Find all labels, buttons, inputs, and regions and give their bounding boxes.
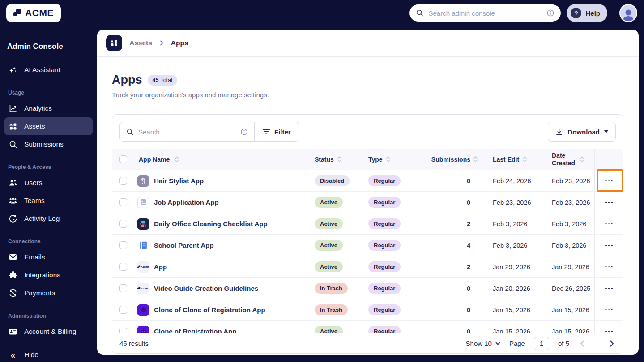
- app-icon-robot: [137, 304, 149, 316]
- search-icon: [126, 128, 134, 136]
- row-checkbox[interactable]: [119, 241, 127, 249]
- column-header-submissions[interactable]: Submissions: [431, 156, 470, 163]
- app-name-link[interactable]: Clone of Clone of Registration App: [154, 306, 265, 314]
- status-badge: Disabled: [315, 175, 350, 186]
- row-checkbox[interactable]: [119, 177, 127, 185]
- last-edit-date: Feb 24, 2026: [482, 177, 552, 185]
- admin-search-input[interactable]: [428, 9, 542, 17]
- app-name-link[interactable]: Hair Stylist App: [154, 177, 204, 185]
- last-edit-date: Jan 20, 2026: [482, 285, 552, 292]
- table-row: Hair Stylist App Disabled Regular 0 Feb …: [112, 170, 623, 192]
- row-checkbox[interactable]: [119, 284, 127, 292]
- sidebar-item-users[interactable]: Users: [4, 174, 93, 192]
- sidebar-section-connections: Connections: [8, 238, 97, 245]
- table-search-bar[interactable]: [119, 122, 255, 142]
- app-name-link[interactable]: Daily Office Cleaning Checklist App: [154, 220, 268, 228]
- sidebar-item-label: Hide: [24, 351, 38, 359]
- admin-search-bar[interactable]: [409, 4, 561, 22]
- date-created: Jan 15, 2026: [552, 306, 594, 314]
- sidebar-item-integrations[interactable]: Integrations: [4, 266, 93, 284]
- email-icon: [8, 253, 18, 262]
- sidebar-hide-button[interactable]: « Hide: [4, 346, 93, 362]
- sidebar-title: Admin Console: [0, 26, 97, 51]
- sidebar-divider: [0, 345, 97, 345]
- column-header-app-name[interactable]: App Name: [139, 156, 170, 163]
- table-row: Clone of Clone of Registration App In Tr…: [112, 299, 623, 321]
- download-button-label: Download: [567, 128, 600, 136]
- column-header-status[interactable]: Status: [315, 156, 334, 163]
- next-page-button[interactable]: [608, 339, 616, 349]
- sort-icon[interactable]: [175, 156, 179, 163]
- sidebar-item-teams[interactable]: Teams: [4, 192, 93, 210]
- sort-icon[interactable]: [337, 156, 342, 163]
- info-icon: [546, 9, 554, 17]
- table-row: School Parent App Active Regular 4 Feb 3…: [112, 235, 623, 256]
- sidebar-item-account-billing[interactable]: Account & Billing: [4, 323, 93, 340]
- sidebar-item-assets[interactable]: Assets: [4, 117, 93, 135]
- column-header-last-edit[interactable]: Last Edit: [493, 156, 519, 163]
- status-badge: Active: [315, 218, 343, 229]
- previous-page-button[interactable]: [578, 339, 586, 349]
- sidebar-item-analytics[interactable]: Analytics: [4, 99, 93, 117]
- row-actions-button[interactable]: [601, 305, 616, 315]
- last-edit-date: Feb 23, 2026: [482, 199, 552, 206]
- submissions-count: 0: [435, 328, 482, 333]
- row-actions-button[interactable]: [601, 176, 616, 186]
- sidebar-item-emails[interactable]: Emails: [4, 248, 93, 266]
- row-actions-button[interactable]: [601, 197, 616, 208]
- submissions-count: 0: [435, 306, 482, 314]
- filter-button[interactable]: Filter: [254, 122, 299, 142]
- acme-logo[interactable]: ACME: [6, 4, 61, 22]
- row-actions-button[interactable]: [601, 219, 616, 229]
- table-row: Daily Office Cleaning Checklist App Acti…: [112, 213, 623, 235]
- page-number-input[interactable]: [534, 337, 549, 350]
- sidebar-section-administration: Administration: [8, 313, 97, 319]
- search-icon: [416, 9, 424, 17]
- table-row: Job Application App Active Regular 0 Feb…: [112, 192, 623, 213]
- sidebar-item-activity-log[interactable]: Activity Log: [4, 210, 93, 228]
- app-name-link[interactable]: Clone of Registration App: [154, 328, 236, 333]
- column-header-type[interactable]: Type: [368, 156, 383, 163]
- row-checkbox[interactable]: [119, 263, 127, 271]
- row-checkbox[interactable]: [119, 306, 127, 314]
- sidebar-item-ai-assistant[interactable]: AI Assistant: [4, 61, 93, 79]
- sidebar-item-label: Teams: [24, 197, 45, 205]
- user-avatar[interactable]: [619, 4, 637, 22]
- app-name-link[interactable]: Video Guide Creation Guidelines: [154, 284, 258, 292]
- download-button[interactable]: Download: [548, 122, 616, 142]
- row-checkbox[interactable]: [119, 220, 127, 228]
- top-navigation-bar: ACME ? Help: [0, 0, 644, 26]
- teams-icon: [8, 196, 18, 205]
- row-actions-button[interactable]: [601, 262, 616, 272]
- row-actions-button[interactable]: [601, 283, 616, 294]
- payments-icon: $: [8, 289, 18, 297]
- row-actions-button[interactable]: [601, 326, 616, 333]
- last-edit-date: Jan 15, 2026: [482, 328, 552, 333]
- sort-icon[interactable]: [386, 156, 391, 163]
- table-search-input[interactable]: [138, 128, 236, 136]
- table-footer: 45 results Show 10 Page of 5: [112, 333, 623, 353]
- app-name-link[interactable]: School Parent App: [154, 241, 214, 249]
- row-checkbox[interactable]: [119, 328, 127, 333]
- row-checkbox[interactable]: [119, 198, 127, 206]
- sidebar-item-submissions[interactable]: Submissions: [4, 135, 93, 153]
- help-button[interactable]: ? Help: [567, 4, 607, 22]
- app-name-link[interactable]: Job Application App: [154, 198, 219, 206]
- row-actions-button[interactable]: [601, 240, 616, 251]
- type-badge: Regular: [368, 261, 401, 272]
- sort-icon[interactable]: [473, 156, 478, 163]
- select-all-checkbox[interactable]: [119, 155, 127, 163]
- column-header-date-created[interactable]: Date Created: [552, 152, 577, 166]
- sidebar-item-payments[interactable]: $ Payments: [4, 284, 93, 302]
- type-badge: Regular: [368, 197, 401, 208]
- sidebar-item-label: Assets: [24, 122, 45, 130]
- sort-icon[interactable]: [522, 156, 527, 163]
- show-per-page-select[interactable]: Show 10: [466, 340, 500, 347]
- assets-icon: [8, 122, 18, 131]
- analytics-icon: [8, 104, 18, 113]
- sidebar-item-label: Activity Log: [24, 215, 60, 223]
- breadcrumb-assets-link[interactable]: Assets: [129, 39, 152, 47]
- sort-icon[interactable]: [580, 156, 584, 163]
- last-edit-date: Feb 3, 2026: [482, 242, 552, 249]
- app-name-link[interactable]: App: [154, 263, 167, 271]
